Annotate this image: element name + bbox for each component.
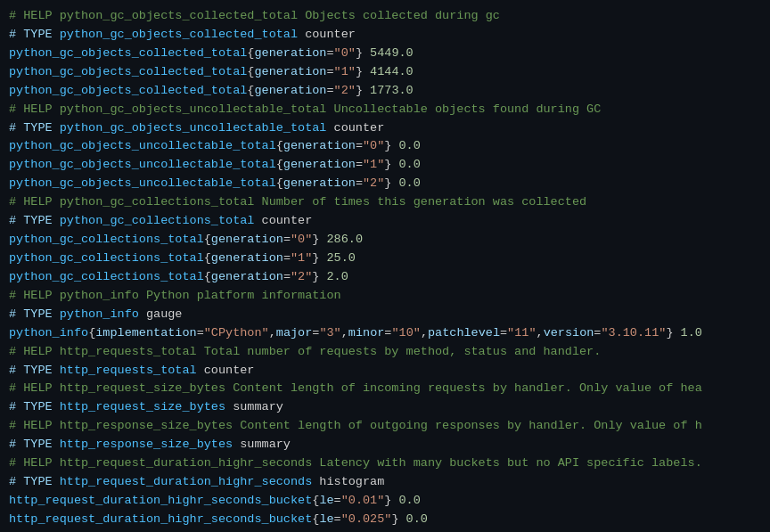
terminal-line: # HELP python_info Python platform infor… xyxy=(9,287,761,306)
terminal-line: python_gc_objects_uncollectable_total{ge… xyxy=(9,175,761,193)
terminal-line: # TYPE python_gc_objects_uncollectable_t… xyxy=(9,119,761,138)
terminal-line: # TYPE http_response_size_bytes summary xyxy=(9,436,761,454)
terminal-line: python_gc_objects_collected_total{genera… xyxy=(9,63,761,82)
terminal-line: # TYPE python_info gauge xyxy=(9,306,761,324)
terminal-line: # TYPE python_gc_collections_total count… xyxy=(9,212,761,231)
terminal-line: python_info{implementation="CPython",maj… xyxy=(9,324,761,343)
terminal-line: # TYPE http_requests_total counter xyxy=(9,362,761,381)
terminal-line: # HELP python_gc_objects_collected_total… xyxy=(9,7,761,26)
terminal-line: # TYPE python_gc_objects_collected_total… xyxy=(9,26,761,45)
terminal-line: http_request_duration_highr_seconds_buck… xyxy=(9,511,761,529)
terminal-line: python_gc_objects_collected_total{genera… xyxy=(9,82,761,101)
terminal-line: # HELP python_gc_objects_uncollectable_t… xyxy=(9,101,761,119)
terminal-line: # HELP http_requests_total Total number … xyxy=(9,343,761,362)
terminal-line: http_request_duration_highr_seconds_buck… xyxy=(9,492,761,511)
terminal-line: # HELP http_request_size_bytes Content l… xyxy=(9,380,761,398)
terminal-line: # TYPE http_request_size_bytes summary xyxy=(9,398,761,417)
terminal-output: # HELP python_gc_objects_collected_total… xyxy=(0,0,770,532)
terminal-line: python_gc_collections_total{generation="… xyxy=(9,250,761,268)
terminal-line: # HELP http_response_size_bytes Content … xyxy=(9,417,761,436)
terminal-line: python_gc_objects_uncollectable_total{ge… xyxy=(9,156,761,175)
terminal-line: python_gc_objects_collected_total{genera… xyxy=(9,45,761,63)
terminal-line: # HELP http_request_duration_highr_secon… xyxy=(9,454,761,473)
terminal-line: # HELP python_gc_collections_total Numbe… xyxy=(9,193,761,212)
terminal-line: python_gc_collections_total{generation="… xyxy=(9,268,761,287)
terminal-line: python_gc_objects_uncollectable_total{ge… xyxy=(9,137,761,156)
terminal-line: python_gc_collections_total{generation="… xyxy=(9,231,761,250)
terminal-line: # TYPE http_request_duration_highr_secon… xyxy=(9,473,761,492)
